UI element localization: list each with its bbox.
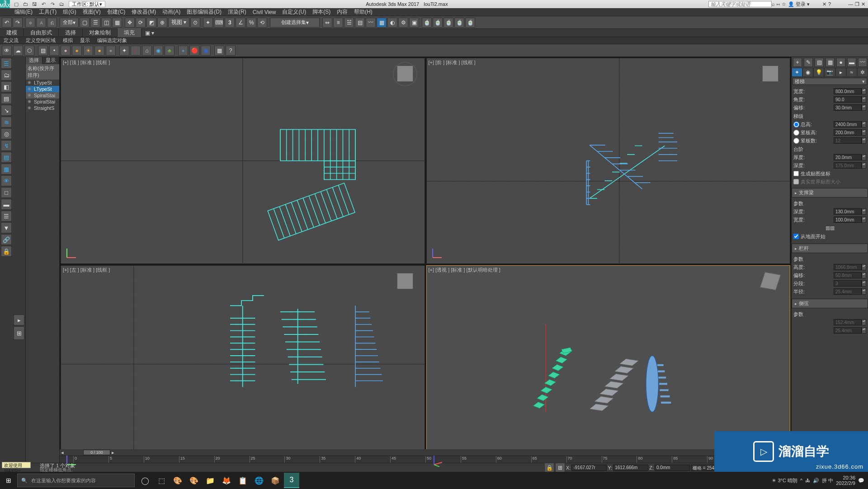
dock-tool12[interactable]: □	[1, 187, 12, 198]
param-thick-value[interactable]: 20.0mm	[834, 154, 862, 160]
r-seg-spinner[interactable]: ▴▾	[862, 280, 866, 287]
undo-button[interactable]: ↶	[2, 18, 12, 28]
tab-create[interactable]: ✦	[792, 68, 802, 77]
tab-display[interactable]: ▸	[835, 68, 846, 77]
ribbon-sub-edit[interactable]: 编辑选定对象	[94, 37, 131, 44]
pop-ufo-icon[interactable]: ⌂	[142, 46, 152, 56]
minimize-button[interactable]: —	[848, 1, 853, 7]
param-angle-spinner[interactable]: ▴▾	[862, 96, 866, 103]
select-name-button[interactable]: ☰	[90, 18, 100, 28]
select-rect-button[interactable]: ◫	[101, 18, 111, 28]
project-icon[interactable]: 🗂	[57, 1, 66, 7]
cmd-plane-icon[interactable]: ▬	[847, 58, 856, 67]
create-category-dropdown[interactable]: 楼梯▾	[793, 78, 867, 85]
render-frame-button[interactable]: ▣	[409, 18, 419, 28]
cmd-sphere-icon[interactable]: ●	[836, 58, 845, 67]
expand-panel-button[interactable]: ▸	[14, 315, 24, 325]
viewport-front-label[interactable]: [+] [前 ] [标准 ] [线框 ]	[429, 59, 476, 66]
pop-checker-icon[interactable]: ▦	[214, 46, 224, 56]
pop-plant-icon[interactable]: ♣	[165, 46, 175, 56]
render-setup-button[interactable]: ⚙	[398, 18, 408, 28]
viewport-top[interactable]: [+] [顶 ] [标准 ] [线框 ]	[61, 58, 425, 264]
link-button[interactable]: ⟐	[25, 18, 35, 28]
dock-tool14[interactable]: ☰	[1, 211, 12, 221]
cmd-layout1-icon[interactable]: ▤	[815, 58, 824, 67]
tab-motion[interactable]: 📷	[824, 68, 835, 77]
weather-widget[interactable]: ☀ 3°C 晴朗	[772, 477, 797, 484]
scale-button[interactable]: ◩	[146, 18, 156, 28]
maxscript-listener[interactable]: 欢迎使用 MAXScr	[2, 462, 31, 468]
riser-height-radio[interactable]	[793, 130, 799, 136]
param-thick-spinner[interactable]: ▴▾	[862, 154, 866, 160]
render-last-button[interactable]: 🍵	[465, 18, 475, 28]
undo-qat-icon[interactable]: ↶	[39, 1, 47, 7]
pop-sphere-icon[interactable]: ●	[178, 46, 188, 56]
rollout-side-header[interactable]: 侧弦	[792, 299, 868, 308]
menu-grapheditors[interactable]: 图形编辑器(D)	[184, 8, 224, 16]
save-icon[interactable]: 🖫	[30, 1, 38, 7]
menu-civilview[interactable]: Civil View	[250, 9, 279, 15]
help-search-input[interactable]	[708, 1, 772, 7]
ribbon-populate[interactable]: 填充	[118, 28, 142, 37]
workspace-dropdown[interactable]: 工作区: 默认 ▾	[69, 1, 105, 7]
s-width-value[interactable]: 100.0mm	[834, 216, 862, 223]
ribbon-sub-disp[interactable]: 显示	[76, 37, 94, 44]
scene-item-1[interactable]: LTypeSt	[26, 86, 59, 92]
ribbon-model[interactable]: 建模	[0, 28, 24, 37]
pop-meteor-icon[interactable]: ☄	[131, 46, 141, 56]
pop-globe-icon[interactable]: ◉	[153, 46, 163, 56]
maximize-button[interactable]: ❐	[855, 1, 859, 7]
spinner-snap-button[interactable]: ⟲	[257, 18, 267, 28]
ribbon-freeform[interactable]: 自由形式	[24, 28, 59, 37]
snap-toggle-button[interactable]: 3	[225, 18, 235, 28]
pop-ball2-icon[interactable]: ●	[72, 46, 82, 56]
pop-tv-icon[interactable]: ▣	[201, 46, 211, 56]
menu-modifiers[interactable]: 修改器(M)	[129, 8, 159, 16]
manipulate-button[interactable]: ✦	[203, 18, 213, 28]
dock-tool4[interactable]: ▤	[1, 93, 12, 104]
menu-edit[interactable]: 编辑(E)	[12, 8, 35, 16]
param-angle-value[interactable]: 90.0	[834, 96, 862, 103]
dock-tool9[interactable]: ▨	[1, 152, 12, 163]
tray-chevron-icon[interactable]: ^	[800, 478, 802, 483]
layers-button[interactable]: ☱	[344, 18, 354, 28]
param-total-spinner[interactable]: ▴▾	[862, 121, 866, 127]
param-depth-spinner[interactable]: ▴▾	[862, 162, 866, 169]
align-button[interactable]: ≡	[333, 18, 343, 28]
pop-ball3-icon[interactable]: ●	[106, 46, 116, 56]
ribbon-expand-button[interactable]: ▣ ▾	[142, 30, 158, 36]
ime-indicator[interactable]: 拼 中	[822, 477, 833, 484]
pop-light-icon[interactable]: ▨	[38, 46, 48, 56]
select-object-button[interactable]: ▢	[80, 18, 90, 28]
rollout-railing-header[interactable]: 栏杆	[792, 244, 868, 253]
task-view-button[interactable]: ◯	[137, 473, 153, 488]
scene-item-4[interactable]: StraightS	[26, 105, 59, 111]
tab-utilities[interactable]: ≈	[846, 68, 857, 77]
close-button[interactable]: ✕	[861, 1, 865, 7]
total-height-radio[interactable]	[793, 122, 799, 127]
param-offset-value[interactable]: 30.0mm	[834, 104, 862, 111]
viewcube-persp[interactable]	[758, 269, 783, 294]
pop-ball1-icon[interactable]: ●	[61, 46, 71, 56]
menu-scripting[interactable]: 脚本(S)	[310, 8, 333, 16]
viewport-top-label[interactable]: [+] [顶 ] [标准 ] [线框 ]	[63, 59, 110, 66]
param-count-spinner[interactable]: ▴▾	[862, 137, 866, 144]
riser-count-radio[interactable]	[793, 138, 799, 144]
redo-button[interactable]: ↷	[13, 18, 23, 28]
r-rad-spinner[interactable]: ▴▾	[862, 288, 866, 295]
unlink-button[interactable]: ⟑	[36, 18, 46, 28]
selection-filter-dropdown[interactable]: 全部 ▾	[60, 18, 79, 28]
dock-tool5[interactable]: ↘	[1, 105, 12, 116]
ribbon-sub-sim[interactable]: 模拟	[59, 37, 76, 44]
scene-item-2[interactable]: SpiralStai	[26, 92, 59, 99]
menu-help[interactable]: 帮助(H)	[351, 8, 375, 16]
notification-button[interactable]: 💬	[858, 478, 864, 484]
redo-qat-icon[interactable]: ↷	[48, 1, 57, 7]
param-offset-spinner[interactable]: ▴▾	[862, 104, 866, 111]
ribbon-select[interactable]: 选择	[59, 28, 83, 37]
keyboard-shortcut-button[interactable]: ⌨	[214, 18, 224, 28]
app-firefox[interactable]: 🦊	[219, 473, 234, 488]
ribbon-sub-idle[interactable]: 定义空闲区域	[22, 37, 59, 44]
render-cloud-button[interactable]: 🍵	[454, 18, 464, 28]
dock-tool7[interactable]: ◎	[1, 128, 12, 139]
